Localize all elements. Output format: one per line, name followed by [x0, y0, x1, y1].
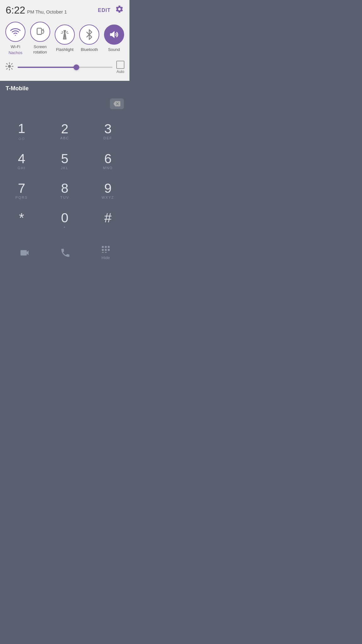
status-bar: 6:22 PM Thu, October 1 EDIT [0, 0, 129, 19]
sound-icon-circle [104, 25, 124, 45]
svg-marker-8 [110, 31, 114, 38]
sound-label: Sound [108, 47, 120, 53]
key-6[interactable]: 6 MNO [86, 147, 129, 176]
key-8-letters: TUV [60, 196, 69, 201]
slider-track [18, 67, 112, 68]
key-star-digit: * [19, 211, 24, 225]
svg-rect-24 [102, 252, 104, 253]
key-9-digit: 9 [104, 182, 112, 195]
key-1[interactable]: 1 ○○ [0, 116, 43, 147]
svg-marker-2 [63, 30, 66, 33]
key-1-digit: 1 [18, 122, 25, 135]
toggle-wifi[interactable]: Wi-Fi Nachos [5, 22, 25, 55]
key-5[interactable]: 5 JKL [43, 147, 86, 176]
auto-square-icon [116, 61, 124, 69]
svg-rect-22 [105, 249, 107, 251]
carrier-name: T-Mobile [6, 85, 29, 92]
key-8[interactable]: 8 TUV [43, 176, 86, 206]
hide-label: Hide [101, 255, 110, 260]
toggle-screen-rotation[interactable]: Screenrotation [30, 22, 50, 55]
key-0-digit: 0 [61, 211, 68, 225]
key-0-letters: + [63, 225, 66, 230]
svg-rect-1 [37, 28, 41, 35]
brightness-slider[interactable] [18, 64, 112, 70]
svg-rect-21 [102, 249, 104, 251]
bluetooth-icon-circle [79, 25, 99, 45]
brightness-icon [5, 62, 14, 73]
key-2-letters: ABC [60, 136, 69, 141]
key-4[interactable]: 4 GHI [0, 147, 43, 176]
video-call-button[interactable] [19, 247, 30, 258]
wifi-icon-circle [5, 22, 25, 42]
key-3-letters: DEF [103, 136, 112, 141]
wifi-label: Wi-Fi [11, 44, 20, 50]
quick-settings-panel: 6:22 PM Thu, October 1 EDIT [0, 0, 129, 81]
dialer-section: T-Mobile 1 ○○ 2 ABC 3 DEF 4 GHI 5 [0, 81, 129, 267]
key-4-digit: 4 [18, 152, 25, 165]
dialer-display [0, 94, 129, 113]
date-display: PM Thu, October 1 [27, 9, 67, 14]
status-actions: EDIT [98, 5, 124, 16]
key-3-digit: 3 [104, 122, 112, 136]
key-5-letters: JKL [61, 166, 69, 171]
settings-icon[interactable] [115, 5, 124, 16]
edit-button[interactable]: EDIT [98, 8, 111, 13]
wifi-sublabel: Nachos [8, 50, 22, 55]
key-9-letters: WXYZ [101, 196, 114, 201]
time-date: 6:22 PM Thu, October 1 [6, 4, 67, 16]
svg-rect-25 [105, 252, 107, 253]
svg-rect-20 [108, 246, 110, 248]
key-6-letters: MNO [103, 166, 113, 171]
key-8-digit: 8 [61, 182, 68, 195]
slider-fill [18, 67, 76, 68]
key-3[interactable]: 3 DEF [86, 116, 129, 147]
svg-line-17 [7, 68, 7, 69]
key-6-digit: 6 [104, 152, 112, 165]
svg-rect-18 [102, 246, 104, 248]
brightness-row: Auto [0, 56, 129, 77]
svg-line-4 [62, 31, 63, 32]
auto-label: Auto [117, 69, 124, 74]
key-star[interactable]: * [0, 206, 43, 235]
keypad: 1 ○○ 2 ABC 3 DEF 4 GHI 5 JKL 6 MNO 7 PQR… [0, 113, 129, 235]
svg-rect-19 [105, 246, 107, 248]
key-7-letters: PQRS [15, 196, 28, 201]
toggle-flashlight[interactable]: Flashlight [55, 25, 75, 53]
dialer-actions: Hide [0, 237, 129, 267]
key-7[interactable]: 7 PQRS [0, 176, 43, 206]
hide-button[interactable]: Hide [101, 245, 110, 260]
svg-line-16 [12, 64, 12, 64]
key-hash[interactable]: # [86, 206, 129, 235]
key-7-digit: 7 [18, 182, 25, 195]
auto-brightness-button[interactable]: Auto [116, 61, 124, 74]
key-0[interactable]: 0 + [43, 206, 86, 235]
screen-rotation-label: Screenrotation [33, 44, 47, 55]
call-button[interactable] [55, 243, 75, 263]
svg-line-5 [67, 31, 68, 32]
key-5-digit: 5 [61, 152, 68, 165]
backspace-button[interactable] [110, 98, 124, 109]
svg-point-0 [15, 35, 16, 36]
quick-toggles: Wi-Fi Nachos Screenrotation [0, 19, 129, 56]
slider-thumb [74, 64, 79, 70]
flashlight-icon-circle [55, 25, 75, 45]
svg-line-15 [12, 68, 12, 69]
key-1-letters: ○○ [18, 136, 25, 142]
flashlight-label: Flashlight [56, 47, 74, 53]
key-9[interactable]: 9 WXYZ [86, 176, 129, 206]
key-4-letters: GHI [18, 166, 26, 171]
key-hash-digit: # [104, 211, 112, 225]
bluetooth-label: Bluetooth [81, 47, 98, 53]
svg-line-14 [7, 64, 7, 64]
key-2[interactable]: 2 ABC [43, 116, 86, 147]
carrier-bar: T-Mobile [0, 81, 129, 94]
toggle-sound[interactable]: Sound [104, 25, 124, 53]
key-2-digit: 2 [61, 122, 68, 136]
screen-rotation-icon-circle [30, 22, 50, 42]
svg-rect-23 [108, 249, 110, 251]
svg-point-9 [8, 65, 11, 68]
time-display: 6:22 [6, 4, 25, 16]
toggle-bluetooth[interactable]: Bluetooth [79, 25, 99, 53]
